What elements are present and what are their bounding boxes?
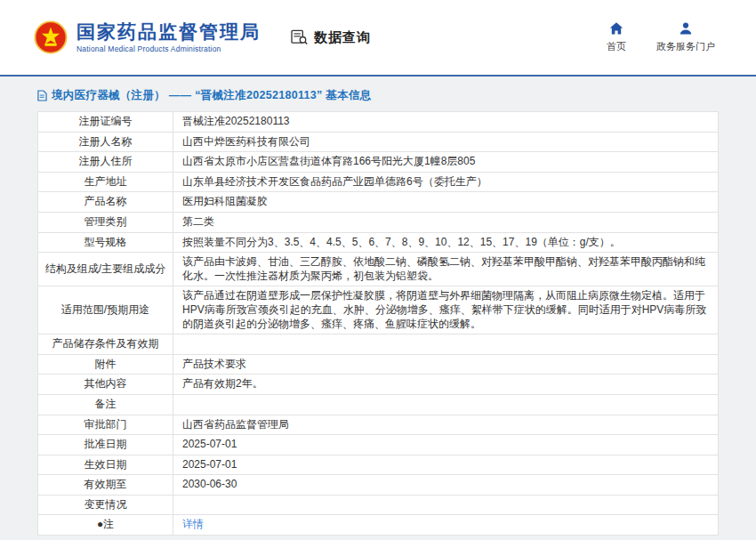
table-row: 审批部门山西省药品监督管理局 (38, 415, 719, 435)
row-label: 适用范围/预期用途 (38, 286, 173, 334)
row-label: 备注 (38, 394, 173, 415)
row-label: 型号规格 (38, 232, 173, 253)
table-row: 注册人住所山西省太原市小店区营盘街道体育路166号阳光大厦1幢8层805 (38, 152, 719, 173)
row-label: 注册人住所 (38, 152, 173, 173)
table-row: 结构及组成/主要组成成分该产品由卡波姆、甘油、三乙醇胺、依地酸二钠、磷酸氢二钠、… (38, 253, 719, 286)
detail-link[interactable]: 详情 (182, 518, 204, 530)
row-value (173, 334, 719, 355)
table-row: 产品储存条件及有效期 (38, 334, 719, 355)
page-title: 境内医疗器械（注册） —— “晋械注准20252180113” 基本信息 (37, 88, 719, 103)
table-row: 生效日期2025-07-01 (38, 455, 719, 475)
row-label: 有效期至 (38, 475, 173, 496)
nav-data-query[interactable]: 数据查询 (291, 29, 371, 46)
row-value (173, 495, 719, 515)
table-row: 其他内容产品有效期2年。 (38, 375, 719, 395)
row-label: 产品名称 (38, 192, 173, 213)
table-row: 备注 (38, 394, 719, 415)
content: 境内医疗器械（注册） —— “晋械注准20252180113” 基本信息 注册证… (0, 77, 756, 540)
row-value: 产品有效期2年。 (173, 375, 719, 395)
row-value: 该产品通过在阴道壁形成一层保护性凝胶膜，将阴道壁与外界细菌物理隔离，从而阻止病原… (173, 286, 719, 334)
row-value: 山西省药品监督管理局 (173, 415, 719, 435)
row-label: 生产地址 (38, 172, 173, 192)
site-header: 国家药品监督管理局 National Medical Products Admi… (0, 0, 756, 77)
row-label: 结构及组成/主要组成成分 (38, 253, 173, 286)
document-icon (37, 90, 47, 101)
row-value: 2030-06-30 (173, 475, 719, 496)
nav-portal[interactable]: 政务服务门户 (656, 21, 715, 53)
row-value: 该产品由卡波姆、甘油、三乙醇胺、依地酸二钠、磷酸氢二钠、对羟基苯甲酸甲酯钠、对羟… (173, 253, 719, 286)
row-label: 批准日期 (38, 435, 173, 455)
row-value: 晋械注准20252180113 (173, 112, 719, 133)
table-row: 附件产品技术要求 (38, 354, 719, 375)
info-table-body: 注册证编号晋械注准20252180113注册人名称山西中烨医药科技有限公司注册人… (38, 112, 719, 536)
table-row: 型号规格按照装量不同分为3、3.5、4、4.5、5、6、7、8、9、10、12、… (38, 232, 719, 253)
row-label: 变更情况 (38, 495, 173, 515)
page: 国家药品监督管理局 National Medical Products Admi… (0, 0, 756, 540)
table-row: 注册人名称山西中烨医药科技有限公司 (38, 132, 719, 152)
data-query-label: 数据查询 (314, 29, 371, 46)
table-row: ●注详情 (38, 515, 719, 536)
row-value: 详情 (173, 515, 719, 536)
row-label: ●注 (38, 515, 173, 536)
row-label: 审批部门 (38, 415, 173, 435)
nav-portal-label: 政务服务门户 (656, 40, 715, 53)
row-label: 管理类别 (38, 212, 173, 232)
row-value: 山东单县经济技术开发区食品药品产业园单德路6号（委托生产） (173, 172, 719, 192)
row-label: 注册证编号 (38, 112, 173, 133)
row-value: 山西中烨医药科技有限公司 (173, 132, 719, 152)
row-value (173, 394, 719, 415)
home-icon (609, 21, 623, 36)
table-row: 变更情况 (38, 495, 719, 515)
table-row: 管理类别第二类 (38, 212, 719, 232)
row-value: 第二类 (173, 212, 719, 232)
header-left: 国家药品监督管理局 National Medical Products Admi… (34, 20, 371, 54)
org-name-cn: 国家药品监督管理局 (76, 21, 261, 43)
table-row: 生产地址山东单县经济技术开发区食品药品产业园单德路6号（委托生产） (38, 172, 719, 192)
row-label: 生效日期 (38, 455, 173, 475)
row-label: 附件 (38, 354, 173, 375)
nav-home-label: 首页 (607, 40, 626, 53)
header-nav: 首页 政务服务门户 (607, 21, 715, 53)
row-label: 注册人名称 (38, 132, 173, 152)
row-value: 产品技术要求 (173, 354, 719, 375)
row-value: 按照装量不同分为3、3.5、4、4.5、5、6、7、8、9、10、12、15、1… (173, 232, 719, 253)
row-label: 其他内容 (38, 375, 173, 395)
row-value: 医用妇科阻菌凝胶 (173, 192, 719, 213)
row-value: 山西省太原市小店区营盘街道体育路166号阳光大厦1幢8层805 (173, 152, 719, 173)
row-value: 2025-07-01 (173, 455, 719, 475)
info-table: 注册证编号晋械注准20252180113注册人名称山西中烨医药科技有限公司注册人… (37, 111, 719, 536)
table-row: 产品名称医用妇科阻菌凝胶 (38, 192, 719, 213)
data-query-icon (291, 29, 309, 45)
table-row: 批准日期2025-07-01 (38, 435, 719, 455)
row-value: 2025-07-01 (173, 435, 719, 455)
national-emblem-icon (34, 20, 68, 54)
org-name-en: National Medical Products Administration (76, 44, 261, 53)
table-row: 注册证编号晋械注准20252180113 (38, 112, 719, 133)
user-icon (679, 21, 693, 36)
nav-home[interactable]: 首页 (607, 21, 626, 53)
page-title-text: 境内医疗器械（注册） —— “晋械注准20252180113” 基本信息 (52, 88, 372, 103)
site-logo[interactable]: 国家药品监督管理局 National Medical Products Admi… (76, 21, 261, 53)
table-row: 适用范围/预期用途该产品通过在阴道壁形成一层保护性凝胶膜，将阴道壁与外界细菌物理… (38, 286, 719, 334)
table-row: 有效期至2030-06-30 (38, 475, 719, 496)
row-label: 产品储存条件及有效期 (38, 334, 173, 355)
